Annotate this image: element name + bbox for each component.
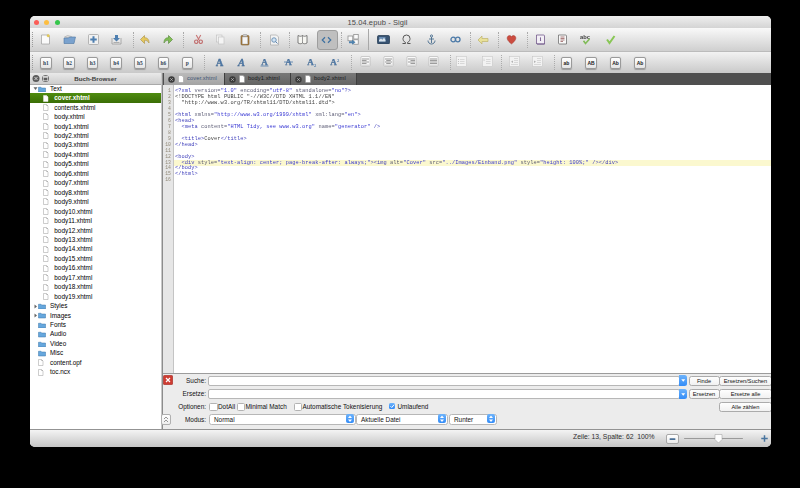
svg-text:A: A [261, 57, 268, 67]
svg-text:A: A [237, 57, 245, 67]
svg-text:A: A [307, 57, 314, 67]
svg-text:2: 2 [337, 57, 340, 62]
svg-text:2: 2 [313, 62, 316, 67]
svg-text:A: A [215, 57, 223, 67]
svg-text:A: A [330, 57, 337, 67]
